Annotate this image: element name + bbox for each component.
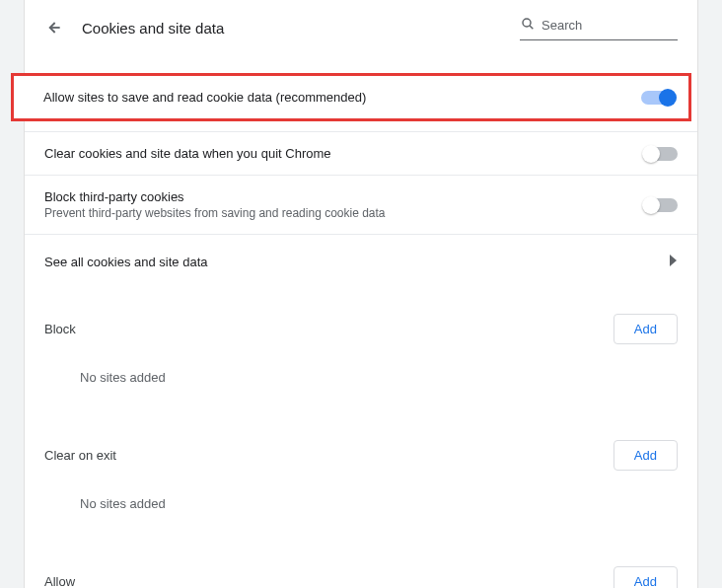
add-button-clear-on-exit[interactable]: Add [614, 440, 678, 471]
svg-line-2 [530, 26, 533, 29]
search-input[interactable] [542, 18, 678, 33]
site-section-clear-on-exit: Clear on exit Add No sites added [25, 414, 697, 541]
site-section-allow: Allow Add No sites added [25, 541, 697, 588]
search-field[interactable] [520, 16, 678, 40]
setting-label: Allow sites to save and read cookie data… [43, 90, 641, 105]
search-icon [520, 16, 536, 36]
empty-state-text: No sites added [44, 350, 678, 414]
toggle-block-third-party[interactable] [644, 198, 678, 212]
arrow-left-icon [43, 18, 63, 37]
see-all-cookies-link[interactable]: See all cookies and site data [25, 235, 697, 288]
section-title: Clear on exit [44, 448, 116, 463]
setting-clear-on-quit[interactable]: Clear cookies and site data when you qui… [25, 132, 697, 176]
toggle-knob [642, 145, 660, 163]
toggle-clear-on-quit[interactable] [644, 147, 678, 161]
svg-marker-3 [670, 255, 677, 266]
section-title: Block [44, 322, 76, 336]
page-title: Cookies and site data [82, 20, 520, 37]
toggle-allow-cookies[interactable] [641, 91, 675, 105]
back-button[interactable] [42, 17, 64, 38]
add-button-block[interactable]: Add [614, 314, 678, 344]
link-label: See all cookies and site data [44, 255, 670, 269]
setting-label: Clear cookies and site data when you qui… [44, 146, 644, 161]
chevron-right-icon [670, 253, 678, 270]
site-section-block: Block Add No sites added [25, 288, 697, 414]
setting-sublabel: Prevent third-party websites from saving… [44, 206, 644, 220]
setting-allow-cookies[interactable]: Allow sites to save and read cookie data… [11, 73, 691, 121]
setting-label: Block third-party cookies [44, 189, 644, 204]
svg-point-1 [523, 19, 531, 27]
setting-block-third-party[interactable]: Block third-party cookies Prevent third-… [25, 176, 697, 235]
toggle-knob [642, 196, 660, 214]
toggle-knob [659, 89, 677, 107]
empty-state-text: No sites added [44, 477, 678, 541]
add-button-allow[interactable]: Add [614, 566, 678, 588]
section-title: Allow [44, 574, 75, 588]
